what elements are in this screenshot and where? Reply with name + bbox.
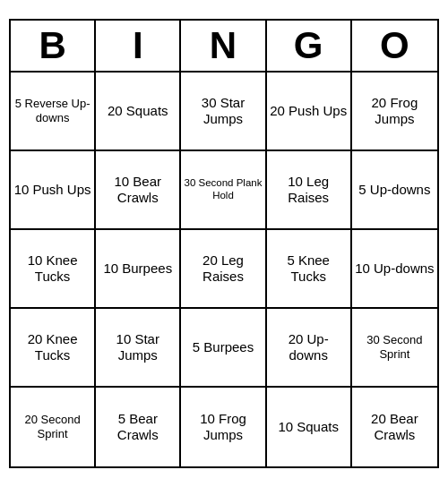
bingo-cell: 10 Frog Jumps [181, 388, 266, 466]
bingo-cell: 20 Bear Crawls [352, 388, 437, 466]
bingo-cell: 30 Second Plank Hold [181, 151, 266, 230]
header-letter: O [352, 21, 437, 71]
bingo-cell: 20 Squats [96, 73, 181, 151]
bingo-cell: 20 Up-downs [267, 309, 352, 388]
bingo-header: BINGO [11, 21, 437, 73]
header-letter: G [267, 21, 352, 71]
bingo-cell: 10 Burpees [96, 230, 181, 309]
bingo-cell: 20 Frog Jumps [352, 73, 437, 151]
bingo-card: BINGO 5 Reverse Up-downs20 Squats30 Star… [9, 19, 439, 468]
bingo-cell: 10 Squats [267, 388, 352, 466]
bingo-cell: 5 Knee Tucks [267, 230, 352, 309]
bingo-cell: 5 Reverse Up-downs [11, 73, 96, 151]
header-letter: B [11, 21, 96, 71]
bingo-cell: 20 Second Sprint [11, 388, 96, 466]
bingo-cell: 10 Knee Tucks [11, 230, 96, 309]
bingo-cell: 10 Leg Raises [267, 151, 352, 230]
bingo-cell: 5 Bear Crawls [96, 388, 181, 466]
bingo-cell: 10 Up-downs [352, 230, 437, 309]
bingo-cell: 10 Push Ups [11, 151, 96, 230]
bingo-cell: 20 Knee Tucks [11, 309, 96, 388]
bingo-cell: 30 Second Sprint [352, 309, 437, 388]
bingo-cell: 20 Leg Raises [181, 230, 266, 309]
bingo-grid: 5 Reverse Up-downs20 Squats30 Star Jumps… [11, 73, 437, 466]
bingo-cell: 20 Push Ups [267, 73, 352, 151]
header-letter: I [96, 21, 181, 71]
bingo-cell: 30 Star Jumps [181, 73, 266, 151]
bingo-cell: 5 Up-downs [352, 151, 437, 230]
header-letter: N [181, 21, 266, 71]
bingo-cell: 10 Star Jumps [96, 309, 181, 388]
bingo-cell: 10 Bear Crawls [96, 151, 181, 230]
bingo-cell: 5 Burpees [181, 309, 266, 388]
